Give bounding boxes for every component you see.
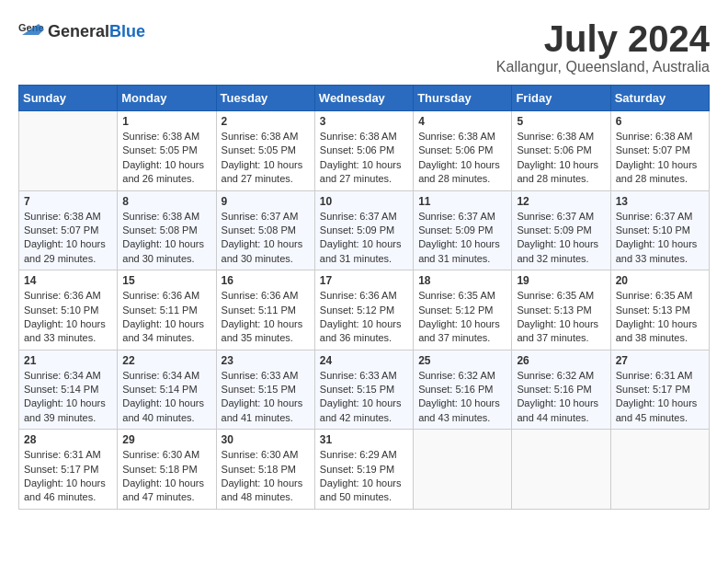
calendar-header-row: SundayMondayTuesdayWednesdayThursdayFrid… <box>19 86 710 111</box>
day-number: 31 <box>320 433 408 446</box>
calendar-week-2: 7 Sunrise: 6:38 AM Sunset: 5:07 PM Dayli… <box>19 190 710 270</box>
month-title: July 2024 <box>496 18 710 59</box>
sunrise-text: Sunrise: 6:34 AM <box>24 370 101 381</box>
daylight-text: Daylight: 10 hours and 30 minutes. <box>222 238 303 263</box>
day-number: 10 <box>320 195 408 208</box>
sunrise-text: Sunrise: 6:31 AM <box>616 370 693 381</box>
sunset-text: Sunset: 5:12 PM <box>418 304 493 316</box>
day-number: 4 <box>418 115 506 128</box>
sunset-text: Sunset: 5:19 PM <box>320 464 394 475</box>
sunrise-text: Sunrise: 6:37 AM <box>418 211 495 222</box>
sunrise-text: Sunrise: 6:38 AM <box>616 131 693 142</box>
daylight-text: Daylight: 10 hours and 34 minutes. <box>122 318 204 343</box>
sunrise-text: Sunrise: 6:30 AM <box>122 449 199 460</box>
cell-info: Sunrise: 6:33 AM Sunset: 5:15 PM Dayligh… <box>320 369 408 426</box>
day-number: 13 <box>616 195 704 208</box>
cell-info: Sunrise: 6:38 AM Sunset: 5:06 PM Dayligh… <box>418 130 506 187</box>
calendar-week-3: 14 Sunrise: 6:36 AM Sunset: 5:10 PM Dayl… <box>19 270 710 350</box>
calendar-cell: 6 Sunrise: 6:38 AM Sunset: 5:07 PM Dayli… <box>610 111 709 191</box>
day-number: 17 <box>320 274 408 287</box>
calendar-cell: 31 Sunrise: 6:29 AM Sunset: 5:19 PM Dayl… <box>314 430 413 510</box>
calendar-cell <box>512 430 610 510</box>
cell-info: Sunrise: 6:36 AM Sunset: 5:10 PM Dayligh… <box>24 289 112 346</box>
sunset-text: Sunset: 5:15 PM <box>222 384 296 395</box>
sunrise-text: Sunrise: 6:35 AM <box>517 290 594 301</box>
sunrise-text: Sunrise: 6:33 AM <box>222 370 299 381</box>
daylight-text: Daylight: 10 hours and 33 minutes. <box>24 318 106 343</box>
cell-info: Sunrise: 6:30 AM Sunset: 5:18 PM Dayligh… <box>222 448 310 505</box>
calendar-cell: 21 Sunrise: 6:34 AM Sunset: 5:14 PM Dayl… <box>19 350 118 430</box>
daylight-text: Daylight: 10 hours and 48 minutes. <box>222 477 303 502</box>
cell-info: Sunrise: 6:33 AM Sunset: 5:15 PM Dayligh… <box>222 369 310 426</box>
sunset-text: Sunset: 5:11 PM <box>122 304 197 316</box>
daylight-text: Daylight: 10 hours and 47 minutes. <box>122 477 204 502</box>
sunset-text: Sunset: 5:12 PM <box>320 304 394 316</box>
day-number: 27 <box>616 354 704 367</box>
day-number: 5 <box>517 115 605 128</box>
cell-info: Sunrise: 6:37 AM Sunset: 5:09 PM Dayligh… <box>320 210 408 267</box>
col-header-thursday: Thursday <box>414 86 512 111</box>
cell-info: Sunrise: 6:35 AM Sunset: 5:13 PM Dayligh… <box>517 289 605 346</box>
sunset-text: Sunset: 5:06 PM <box>418 144 493 155</box>
col-header-tuesday: Tuesday <box>216 86 314 111</box>
cell-info: Sunrise: 6:32 AM Sunset: 5:16 PM Dayligh… <box>517 369 605 426</box>
sunrise-text: Sunrise: 6:36 AM <box>122 290 199 301</box>
cell-info: Sunrise: 6:37 AM Sunset: 5:09 PM Dayligh… <box>418 210 506 267</box>
cell-info: Sunrise: 6:32 AM Sunset: 5:16 PM Dayligh… <box>418 369 506 426</box>
daylight-text: Daylight: 10 hours and 32 minutes. <box>517 238 598 263</box>
cell-info: Sunrise: 6:38 AM Sunset: 5:05 PM Dayligh… <box>222 130 310 187</box>
daylight-text: Daylight: 10 hours and 36 minutes. <box>320 318 402 343</box>
day-number: 20 <box>616 274 704 287</box>
daylight-text: Daylight: 10 hours and 50 minutes. <box>320 477 402 502</box>
day-number: 3 <box>320 115 408 128</box>
sunrise-text: Sunrise: 6:35 AM <box>418 290 495 301</box>
daylight-text: Daylight: 10 hours and 40 minutes. <box>122 397 204 422</box>
col-header-wednesday: Wednesday <box>314 86 413 111</box>
day-number: 24 <box>320 354 408 367</box>
cell-info: Sunrise: 6:37 AM Sunset: 5:09 PM Dayligh… <box>517 210 605 267</box>
sunset-text: Sunset: 5:05 PM <box>122 144 197 155</box>
sunrise-text: Sunrise: 6:38 AM <box>418 131 495 142</box>
daylight-text: Daylight: 10 hours and 31 minutes. <box>320 238 402 263</box>
sunset-text: Sunset: 5:09 PM <box>418 224 493 236</box>
calendar-cell <box>414 430 512 510</box>
calendar-cell: 9 Sunrise: 6:37 AM Sunset: 5:08 PM Dayli… <box>216 190 314 270</box>
sunset-text: Sunset: 5:07 PM <box>616 144 690 155</box>
calendar-cell: 26 Sunrise: 6:32 AM Sunset: 5:16 PM Dayl… <box>512 350 610 430</box>
sunrise-text: Sunrise: 6:36 AM <box>222 290 299 301</box>
day-number: 12 <box>517 195 605 208</box>
day-number: 1 <box>122 115 210 128</box>
sunset-text: Sunset: 5:10 PM <box>24 304 98 316</box>
daylight-text: Daylight: 10 hours and 46 minutes. <box>24 477 106 502</box>
cell-info: Sunrise: 6:31 AM Sunset: 5:17 PM Dayligh… <box>24 448 112 505</box>
day-number: 26 <box>517 354 605 367</box>
daylight-text: Daylight: 10 hours and 43 minutes. <box>418 397 500 422</box>
sunrise-text: Sunrise: 6:38 AM <box>24 211 101 222</box>
sunset-text: Sunset: 5:16 PM <box>517 384 591 395</box>
calendar-cell: 17 Sunrise: 6:36 AM Sunset: 5:12 PM Dayl… <box>314 270 413 350</box>
calendar-cell: 1 Sunrise: 6:38 AM Sunset: 5:05 PM Dayli… <box>118 111 216 191</box>
daylight-text: Daylight: 10 hours and 41 minutes. <box>222 397 303 422</box>
col-header-saturday: Saturday <box>610 86 709 111</box>
sunrise-text: Sunrise: 6:34 AM <box>122 370 199 381</box>
daylight-text: Daylight: 10 hours and 28 minutes. <box>616 159 698 184</box>
daylight-text: Daylight: 10 hours and 27 minutes. <box>222 159 303 184</box>
sunset-text: Sunset: 5:13 PM <box>517 304 591 316</box>
calendar-cell: 20 Sunrise: 6:35 AM Sunset: 5:13 PM Dayl… <box>610 270 709 350</box>
day-number: 8 <box>122 195 210 208</box>
calendar-cell: 23 Sunrise: 6:33 AM Sunset: 5:15 PM Dayl… <box>216 350 314 430</box>
calendar-cell: 14 Sunrise: 6:36 AM Sunset: 5:10 PM Dayl… <box>19 270 118 350</box>
calendar-cell: 27 Sunrise: 6:31 AM Sunset: 5:17 PM Dayl… <box>610 350 709 430</box>
calendar-cell: 12 Sunrise: 6:37 AM Sunset: 5:09 PM Dayl… <box>512 190 610 270</box>
sunset-text: Sunset: 5:13 PM <box>616 304 690 316</box>
cell-info: Sunrise: 6:38 AM Sunset: 5:05 PM Dayligh… <box>122 130 210 187</box>
cell-info: Sunrise: 6:38 AM Sunset: 5:06 PM Dayligh… <box>320 130 408 187</box>
cell-info: Sunrise: 6:38 AM Sunset: 5:08 PM Dayligh… <box>122 210 210 267</box>
daylight-text: Daylight: 10 hours and 29 minutes. <box>24 238 106 263</box>
cell-info: Sunrise: 6:36 AM Sunset: 5:11 PM Dayligh… <box>122 289 210 346</box>
sunrise-text: Sunrise: 6:37 AM <box>616 211 693 222</box>
daylight-text: Daylight: 10 hours and 44 minutes. <box>517 397 598 422</box>
calendar-cell: 15 Sunrise: 6:36 AM Sunset: 5:11 PM Dayl… <box>118 270 216 350</box>
col-header-sunday: Sunday <box>19 86 118 111</box>
calendar-cell: 18 Sunrise: 6:35 AM Sunset: 5:12 PM Dayl… <box>414 270 512 350</box>
